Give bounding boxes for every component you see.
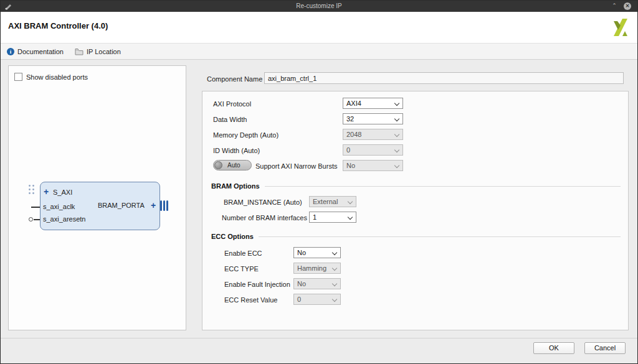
chevron-down-icon — [332, 250, 337, 255]
narrow-bursts-label: Support AXI Narrow Bursts — [255, 162, 337, 171]
aclk-pin-stub — [31, 207, 40, 208]
axi-protocol-value: AXI4 — [346, 100, 361, 107]
bram-porta-bus-icon — [163, 200, 165, 211]
data-width-select[interactable]: 32 — [343, 113, 403, 124]
s-axi-expand-plus-icon[interactable]: + — [44, 188, 49, 195]
bram-options-title: BRAM Options — [211, 182, 260, 190]
ecc-options-title: ECC Options — [211, 233, 254, 240]
aresetn-pin-stub — [34, 219, 40, 220]
ok-button[interactable]: OK — [533, 342, 574, 354]
data-width-value: 32 — [346, 115, 354, 123]
bram-interfaces-value: 1 — [313, 213, 317, 221]
bram-interfaces-select[interactable]: 1 — [309, 212, 356, 223]
chevron-down-icon — [348, 199, 353, 204]
id-width-label: ID Width (Auto) — [213, 146, 260, 156]
aresetn-active-low-icon — [29, 217, 33, 222]
bram-porta-bus-icon — [160, 200, 162, 211]
port-s-axi-aresetn: s_axi_aresetn — [43, 215, 86, 223]
section-divider — [259, 236, 621, 237]
ecc-type-label: ECC TYPE — [224, 264, 259, 274]
chevron-down-icon — [394, 132, 399, 137]
bram-instance-select: External — [309, 196, 356, 207]
chevron-down-icon — [394, 101, 399, 106]
memory-depth-value: 2048 — [346, 131, 361, 138]
configuration-panel: AXI Protocol AXI4 Data Width 32 Memory D… — [202, 91, 629, 330]
interface-handle-dots — [28, 184, 35, 196]
enable-ecc-label: Enable ECC — [224, 249, 262, 258]
chevron-down-icon — [348, 215, 353, 220]
chevron-down-icon — [332, 266, 337, 271]
window-title: Re-customize IP — [1, 2, 637, 9]
ip-location-button[interactable]: IP Location — [75, 48, 121, 55]
ecc-reset-value-label: ECC Reset Value — [224, 296, 277, 305]
chevron-down-icon — [394, 147, 399, 152]
auto-toggle-label: Auto — [227, 162, 240, 169]
id-width-value: 0 — [346, 146, 350, 154]
ecc-type-select: Hamming — [293, 263, 341, 274]
axi-protocol-select[interactable]: AXI4 — [343, 98, 403, 109]
documentation-button[interactable]: i Documentation — [7, 48, 64, 55]
memory-depth-label: Memory Depth (Auto) — [213, 131, 279, 140]
chevron-down-icon — [332, 297, 337, 302]
bram-options-section-header: BRAM Options — [211, 182, 621, 190]
chevron-down-icon — [394, 163, 399, 168]
chevron-down-icon — [332, 281, 337, 286]
ecc-type-value: Hamming — [297, 264, 326, 272]
ip-title: AXI BRAM Controller (4.0) — [8, 21, 108, 30]
ip-location-label: IP Location — [87, 48, 121, 55]
ecc-reset-value-select: 0 — [293, 294, 341, 305]
narrow-bursts-select: No — [343, 160, 403, 171]
footer-divider — [1, 338, 637, 338]
id-width-select: 0 — [343, 144, 403, 156]
bram-instance-label: BRAM_INSTANCE (Auto) — [224, 198, 302, 207]
enable-fault-injection-select: No — [293, 278, 341, 289]
memory-depth-select: 2048 — [343, 129, 403, 140]
port-bram-porta: BRAM_PORTA — [98, 202, 145, 209]
bram-porta-bus-icon — [166, 200, 168, 211]
enable-ecc-value: No — [297, 249, 306, 256]
enable-fault-injection-value: No — [297, 280, 306, 287]
recustomize-ip-dialog: Re-customize IP ⌃ ✕ AXI BRAM Controller … — [0, 0, 638, 364]
show-disabled-ports-checkbox[interactable] — [14, 73, 22, 81]
axi-protocol-label: AXI Protocol — [213, 100, 251, 109]
bram-interfaces-label: Number of BRAM interfaces — [222, 213, 307, 223]
minimize-icon[interactable]: ⌃ — [611, 3, 617, 8]
info-icon: i — [7, 48, 14, 55]
close-icon[interactable]: ✕ — [624, 2, 631, 10]
auto-toggle[interactable]: Auto — [213, 160, 252, 170]
narrow-bursts-value: No — [346, 162, 355, 169]
component-name-label: Component Name — [207, 75, 262, 83]
enable-fault-injection-label: Enable Fault Injection — [224, 280, 290, 289]
data-width-label: Data Width — [213, 115, 247, 124]
port-s-axi-aclk: s_axi_aclk — [43, 203, 75, 210]
cancel-button[interactable]: Cancel — [584, 342, 626, 354]
dialog-header: AXI BRAM Controller (4.0) — [1, 12, 637, 43]
documentation-label: Documentation — [17, 48, 64, 55]
toggle-knob-icon — [214, 161, 222, 169]
enable-ecc-select[interactable]: No — [293, 247, 341, 258]
show-disabled-ports-label: Show disabled ports — [26, 73, 88, 81]
bram-instance-value: External — [313, 198, 338, 205]
section-divider — [265, 186, 621, 187]
ecc-options-section-header: ECC Options — [211, 233, 621, 240]
chevron-down-icon — [394, 116, 399, 121]
bram-porta-expand-plus-icon[interactable]: + — [151, 202, 156, 209]
folder-icon — [75, 48, 83, 55]
toolbar: i Documentation IP Location — [1, 43, 637, 60]
port-s-axi: S_AXI — [53, 189, 72, 196]
titlebar: Re-customize IP ⌃ ✕ — [1, 1, 637, 12]
xilinx-logo — [610, 17, 630, 37]
ecc-reset-value-value: 0 — [297, 296, 301, 303]
component-name-input[interactable] — [264, 72, 624, 84]
block-diagram-panel: Show disabled ports + S_AXI s_axi_aclk s… — [8, 65, 186, 330]
